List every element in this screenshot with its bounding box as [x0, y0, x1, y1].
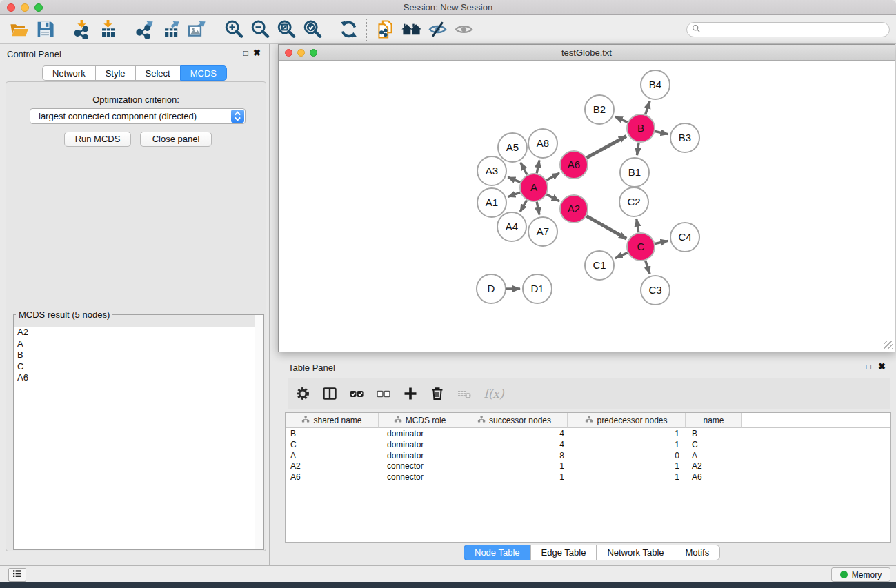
close-table-panel-icon[interactable]: ✖ — [878, 362, 886, 372]
graph-node-B3[interactable]: B3 — [670, 123, 699, 152]
table-cell[interactable]: A — [286, 450, 379, 461]
table-cell[interactable]: A6 — [286, 472, 379, 483]
refresh-layout-button[interactable] — [335, 17, 361, 42]
graph-node-B1[interactable]: B1 — [620, 158, 649, 187]
graph-edge-C-C4[interactable] — [655, 241, 668, 243]
graph-node-A8[interactable]: A8 — [528, 129, 557, 158]
graph-edge-B-B1[interactable] — [637, 143, 639, 155]
import-table-button[interactable] — [94, 17, 121, 42]
graph-node-C2[interactable]: C2 — [619, 187, 648, 216]
float-table-panel-icon[interactable]: □ — [866, 362, 871, 372]
graph-edge-A-A5[interactable] — [521, 163, 527, 175]
graph-node-A6[interactable]: A6 — [560, 151, 588, 179]
hide-selected-button[interactable] — [424, 17, 450, 42]
graph-node-B2[interactable]: B2 — [585, 95, 614, 124]
table-cell[interactable]: 1 — [461, 472, 568, 483]
graph-node-B[interactable]: B — [627, 114, 655, 142]
graph-node-D1[interactable]: D1 — [523, 274, 552, 303]
graph-node-A5[interactable]: A5 — [498, 133, 527, 162]
table-row[interactable]: Cdominator41C — [286, 439, 890, 450]
graph-edge-A2-C[interactable] — [586, 216, 626, 239]
mcds-result-item[interactable]: A — [14, 338, 263, 350]
table-mode-icon[interactable] — [294, 385, 312, 403]
open-file-button[interactable] — [6, 17, 32, 42]
table-row[interactable]: Bdominator41B — [286, 428, 890, 439]
graph-edge-A-A3[interactable] — [508, 177, 520, 182]
tab-edge-table[interactable]: Edge Table — [530, 545, 597, 560]
graph-edge-C-C3[interactable] — [646, 261, 650, 274]
close-panel-icon[interactable]: ✖ — [253, 48, 261, 58]
table-cell[interactable]: 1 — [568, 472, 686, 483]
table-cell[interactable]: connector — [379, 460, 461, 472]
tab-select[interactable]: Select — [135, 65, 180, 81]
table-cell[interactable]: A2 — [686, 460, 742, 472]
table-cell[interactable]: 1 — [568, 460, 686, 472]
table-cell[interactable]: dominator — [379, 450, 461, 461]
resize-grip[interactable] — [884, 341, 893, 349]
save-session-button[interactable] — [32, 17, 58, 42]
mcds-result-item[interactable]: A2 — [14, 327, 263, 338]
column-header-successor-nodes[interactable]: successor nodes — [461, 413, 568, 428]
column-header-name[interactable]: name — [686, 413, 742, 428]
add-column-icon[interactable] — [401, 385, 419, 403]
graph-edge-A-A6[interactable] — [546, 173, 559, 181]
graph-edge-B-B2[interactable] — [615, 116, 628, 122]
table-row[interactable]: A6connector11A6 — [286, 472, 890, 483]
deselect-all-icon[interactable] — [375, 385, 392, 403]
table-cell[interactable]: 4 — [461, 439, 568, 450]
graph-edge-A6-B[interactable] — [586, 136, 626, 158]
mcds-result-scrollbar[interactable] — [255, 315, 263, 549]
show-columns-icon[interactable] — [321, 385, 339, 403]
table-cell[interactable]: 4 — [461, 428, 568, 439]
export-network-button[interactable] — [131, 17, 157, 42]
mcds-result-list[interactable]: A2ABCA6 — [14, 327, 263, 549]
table-cell[interactable]: A — [686, 450, 742, 461]
run-mcds-button[interactable]: Run MCDS — [64, 132, 131, 147]
zoom-selected-button[interactable] — [299, 17, 325, 42]
tab-node-table[interactable]: Node Table — [464, 545, 530, 560]
graph-node-B4[interactable]: B4 — [641, 70, 670, 99]
mcds-result-item[interactable]: A6 — [14, 372, 263, 384]
table-cell[interactable]: 8 — [461, 450, 568, 461]
graph-node-A3[interactable]: A3 — [477, 156, 506, 185]
search-input[interactable] — [704, 25, 889, 34]
tab-motifs[interactable]: Motifs — [675, 545, 721, 560]
table-cell[interactable]: dominator — [379, 439, 461, 450]
graph-node-A4[interactable]: A4 — [497, 212, 526, 241]
graph-edge-A-A7[interactable] — [537, 202, 539, 215]
tab-style[interactable]: Style — [95, 65, 135, 81]
zoom-in-button[interactable] — [220, 17, 246, 42]
graph-node-C[interactable]: C — [627, 233, 655, 261]
tab-network-table[interactable]: Network Table — [596, 545, 674, 560]
graph-edge-A-A1[interactable] — [508, 192, 521, 196]
new-network-from-selection-button[interactable] — [372, 17, 398, 42]
import-network-button[interactable] — [68, 17, 94, 42]
table-cell[interactable]: 1 — [568, 439, 686, 450]
export-image-button[interactable] — [183, 17, 210, 42]
table-cell[interactable]: 1 — [568, 428, 686, 439]
criterion-dropdown[interactable]: largest connected component (directed) — [30, 108, 246, 124]
graph-edge-A-A4[interactable] — [520, 200, 527, 212]
graph-node-A7[interactable]: A7 — [528, 217, 557, 246]
graph-edge-A-A8[interactable] — [537, 161, 539, 174]
graph-node-C3[interactable]: C3 — [641, 276, 670, 305]
delete-column-icon[interactable] — [428, 385, 446, 403]
tab-network[interactable]: Network — [42, 65, 95, 81]
tab-mcds[interactable]: MCDS — [180, 65, 227, 81]
table-cell[interactable]: 0 — [568, 450, 686, 461]
graph-node-C4[interactable]: C4 — [670, 223, 699, 252]
table-cell[interactable]: C — [286, 439, 379, 450]
column-header-MCDS-role[interactable]: MCDS role — [379, 413, 461, 428]
memory-button[interactable]: Memory — [831, 567, 890, 582]
graph-node-A[interactable]: A — [520, 174, 548, 201]
table-cell[interactable]: dominator — [379, 428, 461, 439]
select-all-icon[interactable] — [348, 385, 366, 403]
graph-edge-A-A2[interactable] — [547, 194, 559, 201]
graph-node-A2[interactable]: A2 — [560, 195, 588, 223]
close-panel-button[interactable]: Close panel — [140, 132, 212, 147]
column-header-shared-name[interactable]: shared name — [286, 413, 379, 428]
zoom-out-button[interactable] — [246, 17, 272, 42]
graph-node-D[interactable]: D — [477, 274, 506, 303]
network-canvas[interactable]: B4B2BB3B1A5A8A6A3AA1A2C2A4A7CC4C1C3DD1 — [279, 61, 894, 351]
table-cell[interactable]: 1 — [461, 460, 568, 472]
